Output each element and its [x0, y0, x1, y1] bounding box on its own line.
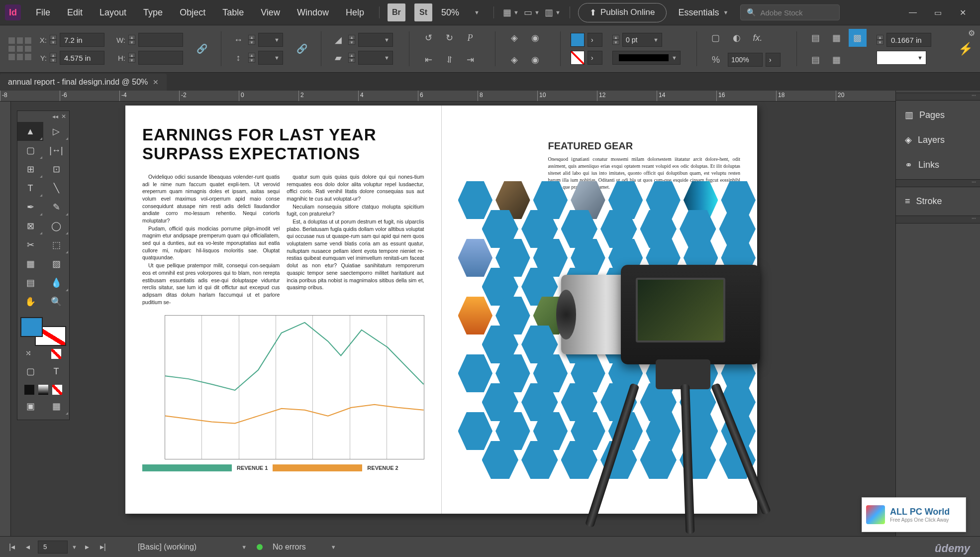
document-spread[interactable]: EARNINGS FOR LAST YEAR SURPASS EXPECTATI…: [125, 106, 757, 514]
formatting-text-icon[interactable]: T: [43, 362, 69, 381]
stock-search-input[interactable]: 🔍Adobe Stock: [740, 4, 840, 20]
bridge-icon[interactable]: Br: [388, 3, 405, 21]
apply-none-icon[interactable]: [52, 385, 62, 395]
scissors-tool-icon[interactable]: ✂: [17, 235, 43, 254]
ellipse-tool-icon[interactable]: ◯: [43, 217, 69, 235]
last-page-icon[interactable]: ▸|: [97, 541, 109, 553]
scale-y-spinner[interactable]: ▲▼: [248, 53, 255, 63]
constrain-wh-icon[interactable]: 🔗: [193, 40, 211, 58]
pages-panel-button[interactable]: ▥Pages: [896, 103, 980, 127]
menu-layout[interactable]: Layout: [93, 4, 133, 21]
select-next-icon[interactable]: ◉: [526, 51, 544, 69]
next-page-icon[interactable]: ▸: [81, 541, 93, 553]
color-swatch-control[interactable]: [20, 317, 66, 346]
settings-gear-icon[interactable]: ⚙: [968, 28, 975, 38]
document-tab[interactable]: annual report - final design.indd @ 50% …: [0, 74, 167, 91]
window-maximize-icon[interactable]: ▭: [925, 2, 950, 22]
window-minimize-icon[interactable]: —: [900, 2, 925, 22]
type-tool-icon[interactable]: T: [17, 179, 43, 198]
links-panel-button[interactable]: ⚭Links: [896, 152, 980, 177]
w-spinner[interactable]: ▲▼: [128, 35, 135, 45]
zoom-tool-icon[interactable]: 🔍: [43, 292, 69, 311]
screen-mode-icon[interactable]: ▭▼: [523, 3, 541, 21]
text-wrap-none-icon[interactable]: ▤: [807, 29, 825, 47]
page-number-input[interactable]: [38, 541, 68, 554]
y-spinner[interactable]: ▲▼: [50, 53, 57, 63]
h-spinner[interactable]: ▲▼: [128, 53, 135, 63]
gradient-feather-tool-icon[interactable]: ▨: [43, 254, 69, 273]
pencil-tool-icon[interactable]: ✎: [43, 198, 69, 217]
line-tool-icon[interactable]: ╲: [43, 179, 69, 198]
fill-color-swatch[interactable]: [20, 317, 43, 337]
rotate-cw-icon[interactable]: ↻: [440, 29, 458, 47]
preview-view-icon[interactable]: ▦: [43, 397, 69, 416]
eyedropper-tool-icon[interactable]: 💧: [43, 273, 69, 292]
x-spinner[interactable]: ▲▼: [50, 35, 57, 45]
scale-x-spinner[interactable]: ▲▼: [248, 35, 255, 45]
view-options-icon[interactable]: ▦▼: [502, 3, 520, 21]
drop-shadow-icon[interactable]: ▢: [707, 29, 725, 47]
stroke-swatch[interactable]: [571, 51, 585, 65]
rotate-ccw-icon[interactable]: ↺: [419, 29, 437, 47]
scale-y-select[interactable]: ▼: [258, 51, 283, 65]
prev-page-icon[interactable]: ◂: [22, 541, 34, 553]
normal-view-icon[interactable]: ▣: [17, 397, 43, 416]
swap-colors-icon[interactable]: ⤭: [25, 349, 35, 359]
gap-tool-icon[interactable]: |↔|: [43, 141, 69, 160]
gpu-preview-icon[interactable]: ⚡: [958, 42, 973, 56]
text-wrap-jump-icon[interactable]: ▤: [807, 51, 825, 69]
menu-help[interactable]: Help: [339, 4, 371, 21]
apply-gradient-icon[interactable]: [38, 385, 48, 395]
x-input[interactable]: [60, 33, 104, 47]
content-placer-icon[interactable]: ⊡: [43, 160, 69, 179]
menu-window[interactable]: Window: [290, 4, 336, 21]
shear-select[interactable]: ▼: [358, 51, 393, 65]
stock-icon[interactable]: St: [414, 3, 432, 21]
publish-online-button[interactable]: ⬆Publish Online: [578, 3, 667, 22]
preflight-errors-select[interactable]: No errors▼: [267, 543, 342, 552]
canvas-area[interactable]: -8-6-4-202468101214161820 ◂◂✕ ▲ ▷ ▢ |↔| …: [0, 91, 895, 536]
page-tool-icon[interactable]: ▢: [17, 141, 43, 160]
menu-view[interactable]: View: [254, 4, 287, 21]
free-transform-tool-icon[interactable]: ⬚: [43, 235, 69, 254]
content-collector-icon[interactable]: ⊞: [17, 160, 43, 179]
page-dropdown-icon[interactable]: ▼: [72, 544, 77, 550]
rotate-select[interactable]: ▼: [358, 33, 393, 47]
menu-type[interactable]: Type: [136, 4, 170, 21]
hand-tool-icon[interactable]: ✋: [17, 292, 43, 311]
flip-h-icon[interactable]: P: [461, 29, 479, 47]
shear-spinner[interactable]: ▲▼: [348, 53, 355, 63]
flip-v-icon[interactable]: ⥯: [440, 51, 458, 69]
text-wrap-shape-icon[interactable]: ▩: [849, 29, 867, 47]
preflight-profile-select[interactable]: [Basic] (working)▼: [132, 543, 253, 552]
gradient-swatch-tool-icon[interactable]: ▦: [17, 254, 43, 273]
opacity-select[interactable]: 100%: [728, 53, 763, 67]
fill-arrow[interactable]: ›: [588, 33, 602, 47]
collapse-panel-icon[interactable]: ◂◂: [52, 113, 58, 120]
leading-input[interactable]: [886, 33, 931, 47]
corner-select[interactable]: ▼: [877, 51, 926, 65]
indesign-app-icon[interactable]: Id: [5, 4, 21, 20]
scale-x-select[interactable]: ▼: [258, 33, 283, 47]
formatting-container-icon[interactable]: ▢: [17, 362, 43, 381]
stroke-weight-spinner[interactable]: ▲▼: [612, 35, 619, 45]
apply-color-icon[interactable]: [24, 385, 34, 395]
selection-tool-icon[interactable]: ▲: [17, 122, 43, 141]
direct-selection-tool-icon[interactable]: ▷: [43, 122, 69, 141]
first-page-icon[interactable]: |◂: [6, 541, 18, 553]
select-prev-icon[interactable]: ◈: [505, 51, 523, 69]
close-panel-icon[interactable]: ✕: [61, 113, 66, 120]
select-content-icon[interactable]: ◉: [526, 29, 544, 47]
menu-object[interactable]: Object: [173, 4, 212, 21]
leading-spinner[interactable]: ▲▼: [877, 35, 883, 45]
window-close-icon[interactable]: ✕: [950, 2, 975, 22]
reference-point-grid[interactable]: [8, 37, 32, 61]
stroke-weight-select[interactable]: 0 pt▼: [622, 33, 662, 47]
note-tool-icon[interactable]: ▤: [17, 273, 43, 292]
horizontal-ruler[interactable]: -8-6-4-202468101214161820: [0, 91, 895, 102]
zoom-select[interactable]: 50%▼: [441, 7, 480, 18]
rotate-spinner[interactable]: ▲▼: [348, 35, 355, 45]
constrain-scale-icon[interactable]: 🔗: [293, 40, 311, 58]
stroke-arrow[interactable]: ›: [588, 51, 602, 65]
opacity-icon[interactable]: ◐: [728, 29, 746, 47]
